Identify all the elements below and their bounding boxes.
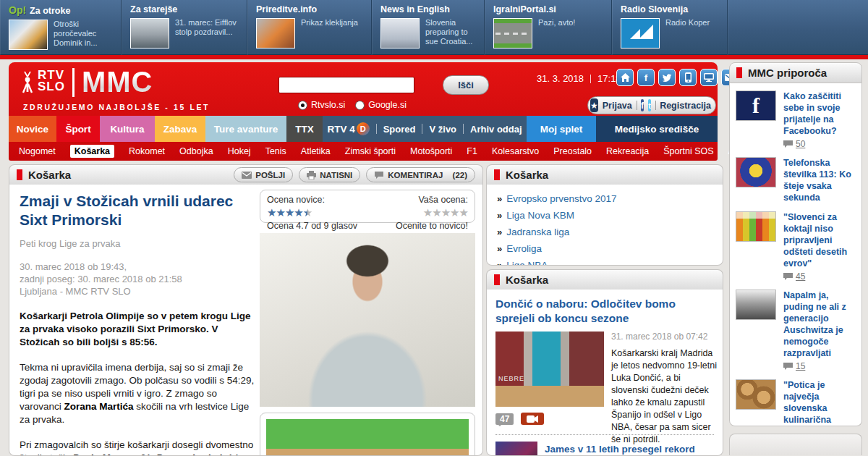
subnav-sportni-sos[interactable]: Športni SOS: [663, 146, 713, 156]
printer-icon: [307, 171, 316, 180]
article-title: Zmaji v Stožicah vrnili udarec Sixt Prim…: [20, 192, 260, 229]
news2-more-item[interactable]: James v 11 letih presegel rekord: [495, 442, 695, 456]
news2-photo-basketball-doncic[interactable]: [495, 332, 604, 407]
more-item-thumbnail[interactable]: [495, 442, 537, 456]
tab-novice[interactable]: Novice: [9, 116, 56, 142]
send-button[interactable]: POŠLJI: [234, 167, 293, 182]
subnav-zimski-sporti[interactable]: Zimski športi: [345, 146, 396, 156]
promo-thumbnail-lace-making[interactable]: [256, 18, 295, 48]
tab-sport[interactable]: Šport: [56, 116, 100, 142]
promo-za-otroke[interactable]: Op!Za otroke Otroški poročevalec Dominik…: [0, 0, 122, 55]
subnav-tenis[interactable]: Tenis: [265, 146, 286, 156]
login-bar: ★ Prijava f t Registracija: [587, 96, 716, 114]
twitter-icon[interactable]: [658, 69, 676, 86]
search-button[interactable]: Išči: [443, 75, 489, 95]
radio-selected-icon[interactable]: [298, 101, 307, 110]
register-link[interactable]: Registracija: [660, 101, 711, 111]
tab-kultura[interactable]: Kultura: [100, 116, 155, 142]
subnav-kosarka-active[interactable]: Košarka: [70, 145, 114, 158]
related-link-row[interactable]: »Liga Nova KBM: [497, 210, 712, 221]
tab-ttx[interactable]: TTX: [286, 116, 323, 142]
tab-zabava[interactable]: Zabava: [155, 116, 205, 142]
news2-section-header: Košarka: [486, 269, 723, 290]
news2-title[interactable]: Dončić o naboru: Odločitev bomo sprejeli…: [495, 297, 714, 326]
news2-date: 31. marec 2018 ob 07:42: [611, 332, 717, 342]
subnav-rekreacija[interactable]: Rekreacija: [606, 146, 649, 156]
radio-unselected-icon[interactable]: [355, 101, 365, 110]
facebook-login-icon[interactable]: f: [641, 99, 644, 111]
subnav-kolesarstvo[interactable]: Kolesarstvo: [492, 146, 539, 156]
promo-desc: Otroški poročevalec Dominik in...: [54, 20, 114, 50]
comment-count[interactable]: 15: [783, 361, 856, 371]
envelope-icon: [242, 172, 252, 179]
thumbnail-bw-protest-photo[interactable]: [736, 290, 776, 320]
promo-prireditve[interactable]: Prireditve.info Prikaz klekljanja: [247, 0, 372, 55]
subnav-preostalo[interactable]: Preostalo: [553, 146, 592, 156]
comment-count-badge[interactable]: 47: [495, 413, 514, 425]
section-marker-icon: [17, 169, 22, 180]
home-icon[interactable]: [616, 69, 634, 86]
thumbnail-cocktails[interactable]: [736, 211, 776, 242]
promo-radio-slovenija[interactable]: Radio Slovenija Radio Koper: [612, 0, 728, 55]
op-logo: Op!: [9, 4, 26, 16]
subnav-f1[interactable]: F1: [467, 146, 477, 156]
related-link-row[interactable]: »Evropsko prvenstvo 2017: [497, 193, 712, 204]
article-box: Zmaji v Stožicah vrnili udarec Sixt Prim…: [9, 185, 483, 456]
monitor-icon[interactable]: [700, 69, 718, 86]
promo-thumbnail-radio-logo[interactable]: [621, 18, 660, 48]
nav-spored[interactable]: Spored: [383, 124, 416, 135]
print-button[interactable]: NATISNI: [299, 167, 360, 182]
tab-ture-avanture[interactable]: Ture avanture: [205, 116, 286, 142]
subnav-rokomet[interactable]: Rokomet: [129, 146, 165, 156]
news2-text-col: 31. marec 2018 ob 07:42 Košarkarski kral…: [611, 332, 717, 446]
comment-count[interactable]: 50: [783, 139, 856, 149]
rtv4d-logo[interactable]: RTV 4 D: [327, 122, 369, 135]
rtv-slo-logo[interactable]: RTVSLO MMC: [22, 68, 153, 100]
nav-v-zivo[interactable]: V živo: [429, 124, 456, 135]
search-input[interactable]: [278, 77, 414, 93]
radio-rtvslo[interactable]: Rtvslo.si: [298, 100, 345, 110]
promo-igralniportal[interactable]: IgralniPortal.si Pazi, avto!: [485, 0, 612, 55]
promo-za-starejse[interactable]: Za starejše 31. marec: Eifflov stolp poz…: [122, 0, 247, 55]
subnav-atletika[interactable]: Atletika: [301, 146, 331, 156]
promo-news-english[interactable]: News in English Slovenia preparing to su…: [372, 0, 485, 55]
subnav-nogomet[interactable]: Nogomet: [19, 146, 56, 156]
video-badge[interactable]: [521, 413, 544, 425]
promo-title: Za starejše: [130, 4, 239, 14]
sidebar-item: "Slovenci za koktajl niso pripravljeni o…: [736, 211, 856, 282]
radio-google[interactable]: Google.si: [355, 100, 407, 110]
more-item-title[interactable]: James v 11 letih presegel rekord: [545, 443, 695, 456]
date-text: 31. 3. 2018: [537, 73, 584, 84]
subnav-hokej[interactable]: Hokej: [228, 146, 251, 156]
favorites-star-icon[interactable]: ★: [590, 98, 598, 112]
login-link[interactable]: Prijava: [603, 101, 632, 111]
thumbnail-police-113-badge[interactable]: [736, 157, 776, 187]
related-link-row[interactable]: »Evroliga: [497, 243, 712, 254]
promo-thumbnail-child-reporter[interactable]: [9, 20, 48, 50]
tab-moj-splet[interactable]: Moj splet: [527, 116, 596, 142]
arrow-icon: »: [497, 260, 502, 266]
mobile-icon[interactable]: [679, 69, 697, 86]
related-link-row[interactable]: »Liga NBA: [497, 260, 712, 266]
nav-arhiv-oddaj[interactable]: Arhiv oddaj: [470, 124, 522, 135]
subnav-odbojka[interactable]: Odbojka: [179, 146, 213, 156]
comment-button[interactable]: KOMENTIRAJ (22): [366, 167, 475, 182]
facebook-icon[interactable]: f: [637, 69, 655, 86]
promo-thumbnail-snow-signs[interactable]: [380, 18, 420, 48]
twitter-login-icon[interactable]: t: [648, 99, 651, 111]
thumbnail-potica-pastry[interactable]: [736, 379, 776, 410]
thumbnail-facebook-logo[interactable]: f: [736, 90, 776, 121]
subnav-motosporti[interactable]: Motošporti: [410, 146, 452, 156]
sidebar-item: Napalm ja, puding ne ali z generacijo Au…: [736, 290, 856, 371]
user-stars-icon[interactable]: ★★★★★: [423, 206, 468, 219]
promo-thumbnail-eiffel-tower[interactable]: [130, 18, 169, 48]
sidebar-mmc-priporoca: MMC priporoča f Kako zaščititi sebe in s…: [729, 62, 862, 455]
related-link-row[interactable]: »Jadranska liga: [497, 227, 712, 237]
sidebar-item: Telefonska številka 113: Ko šteje vsaka …: [736, 157, 856, 203]
search-scope-radios: Rtvslo.si Google.si: [298, 100, 407, 110]
tab-medijsko-sredisce[interactable]: Medijsko središče: [596, 116, 718, 142]
comment-icon: [783, 140, 793, 148]
comment-count[interactable]: 45: [783, 271, 856, 282]
promo-thumbnail-road[interactable]: [493, 18, 532, 48]
main-navigation: Novice Šport Kultura Zabava Ture avantur…: [9, 116, 718, 142]
